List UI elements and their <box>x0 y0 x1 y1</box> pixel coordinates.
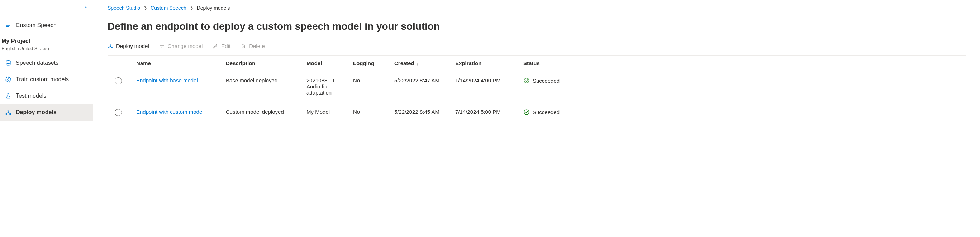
status-badge: Succeeded <box>523 109 958 115</box>
column-header-model[interactable]: Model <box>299 56 346 71</box>
svg-point-3 <box>6 60 10 62</box>
cell-description: Custom model deployed <box>219 103 299 124</box>
cell-expiration: 7/14/2024 5:00 PM <box>448 103 516 124</box>
project-language: English (United States) <box>2 46 91 51</box>
chevron-right-icon: ❯ <box>144 6 147 10</box>
cell-created: 5/22/2022 8:45 AM <box>387 103 448 124</box>
toolbar: Deploy model Change model Edit Delete <box>108 43 966 55</box>
svg-point-11 <box>524 78 529 83</box>
status-text: Succeeded <box>533 78 560 84</box>
cell-model: 20210831 + Audio file adaptation <box>299 71 346 103</box>
table-row[interactable]: Endpoint with custom model Custom model … <box>108 103 966 124</box>
sidebar: ‹‹ Custom Speech My Project English (Uni… <box>0 0 93 237</box>
page-title: Define an endpoint to deploy a custom sp… <box>108 21 966 32</box>
button-label: Deploy model <box>116 43 149 49</box>
button-label: Edit <box>221 43 231 49</box>
svg-point-4 <box>8 79 9 81</box>
column-header-description[interactable]: Description <box>219 56 299 71</box>
sidebar-item-deploy-models[interactable]: Deploy models <box>0 104 93 121</box>
deploy-model-button[interactable]: Deploy model <box>108 43 149 49</box>
edit-button: Edit <box>213 43 231 49</box>
sidebar-item-label: Test models <box>16 93 46 99</box>
list-icon <box>5 22 11 28</box>
cell-logging: No <box>346 103 387 124</box>
row-select-checkbox[interactable] <box>115 109 122 116</box>
column-header-expiration[interactable]: Expiration <box>448 56 516 71</box>
svg-point-12 <box>524 109 529 115</box>
sidebar-item-test-models[interactable]: Test models <box>0 88 93 104</box>
cell-description: Base model deployed <box>219 71 299 103</box>
sidebar-item-label: Train custom models <box>16 76 69 83</box>
endpoint-name-link[interactable]: Endpoint with custom model <box>136 109 204 115</box>
sort-descending-icon: ↓ <box>417 61 419 66</box>
trash-icon <box>240 43 246 49</box>
sidebar-item-label: Deploy models <box>16 109 57 115</box>
sidebar-header[interactable]: Custom Speech <box>0 16 93 32</box>
svg-point-10 <box>110 44 111 45</box>
svg-point-7 <box>8 110 9 111</box>
breadcrumb-link-speech-studio[interactable]: Speech Studio <box>108 5 140 11</box>
row-select-checkbox[interactable] <box>115 77 122 84</box>
cell-expiration: 1/14/2024 4:00 PM <box>448 71 516 103</box>
flask-icon <box>5 93 11 99</box>
endpoint-name-link[interactable]: Endpoint with base model <box>136 77 198 84</box>
cell-logging: No <box>346 71 387 103</box>
project-block: My Project English (United States) <box>0 32 93 55</box>
main-content: Speech Studio ❯ Custom Speech ❯ Deploy m… <box>93 0 980 237</box>
gear-icon <box>5 76 11 83</box>
breadcrumb-link-custom-speech[interactable]: Custom Speech <box>151 5 186 11</box>
button-label: Delete <box>249 43 264 49</box>
endpoints-table: Name Description Model Logging Created↓ … <box>108 55 966 124</box>
column-header-name[interactable]: Name <box>129 56 219 71</box>
cell-model: My Model <box>299 103 346 124</box>
svg-point-9 <box>111 47 113 48</box>
change-model-button: Change model <box>159 43 203 49</box>
pencil-icon <box>213 43 218 49</box>
deploy-icon <box>108 43 113 49</box>
column-header-created[interactable]: Created↓ <box>387 56 448 71</box>
sidebar-header-label: Custom Speech <box>16 22 57 28</box>
svg-point-6 <box>10 114 11 115</box>
cell-created: 5/22/2022 8:47 AM <box>387 71 448 103</box>
column-header-logging[interactable]: Logging <box>346 56 387 71</box>
swap-icon <box>159 43 165 49</box>
delete-button: Delete <box>240 43 264 49</box>
svg-point-5 <box>6 114 7 115</box>
database-icon <box>5 60 11 66</box>
button-label: Change model <box>168 43 203 49</box>
deploy-icon <box>5 109 11 115</box>
sidebar-item-train-models[interactable]: Train custom models <box>0 71 93 88</box>
success-icon <box>523 77 530 84</box>
breadcrumb: Speech Studio ❯ Custom Speech ❯ Deploy m… <box>108 5 966 11</box>
chevron-right-icon: ❯ <box>190 6 193 10</box>
success-icon <box>523 109 530 115</box>
sidebar-item-speech-datasets[interactable]: Speech datasets <box>0 55 93 71</box>
sidebar-item-label: Speech datasets <box>16 60 59 66</box>
svg-point-8 <box>108 47 109 48</box>
status-badge: Succeeded <box>523 77 958 84</box>
table-row[interactable]: Endpoint with base model Base model depl… <box>108 71 966 103</box>
project-name: My Project <box>2 38 91 44</box>
status-text: Succeeded <box>533 109 560 115</box>
column-header-select <box>108 56 129 71</box>
collapse-sidebar-icon[interactable]: ‹‹ <box>84 3 86 9</box>
column-header-status[interactable]: Status <box>516 56 966 71</box>
breadcrumb-current: Deploy models <box>197 5 230 11</box>
